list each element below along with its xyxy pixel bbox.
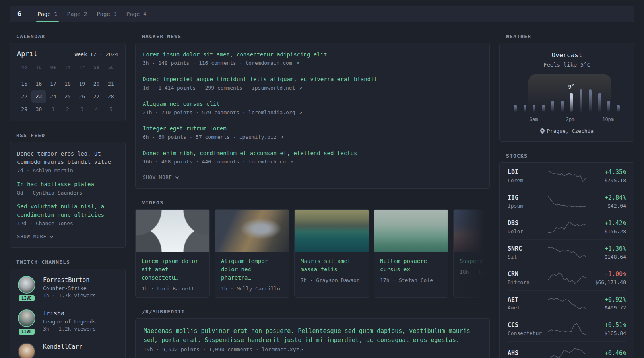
- video-thumbnail[interactable]: [295, 210, 369, 252]
- stock-row[interactable]: DBS Dolor +1.42% $156.28: [508, 214, 626, 240]
- time-label: 10pm: [602, 117, 614, 122]
- stock-sparkline: [544, 169, 590, 183]
- stocks-widget: LDI Lorem +4.35% $795.18 IIG Ipsum +2.84…: [499, 162, 634, 358]
- hn-item-title[interactable]: Donec enim nibh, condimentum et accumsan…: [143, 149, 482, 158]
- video-thumbnail[interactable]: [215, 210, 289, 252]
- calendar-day: 28: [104, 90, 118, 103]
- channel-name[interactable]: Trisha: [43, 310, 64, 317]
- video-card[interactable]: Lorem ipsum dolor sit amet consectetu… 1…: [135, 209, 210, 298]
- page-tab[interactable]: Page 2: [67, 6, 87, 22]
- weather-bar-cell: [539, 87, 549, 112]
- video-title[interactable]: Aliquam tempor dolor nec pharetra…: [215, 252, 289, 282]
- external-link-icon: ↗: [299, 85, 302, 91]
- hn-show-more-button[interactable]: SHOW MORE: [143, 174, 179, 181]
- location-pin-icon: [540, 128, 545, 134]
- stock-change: -1.00%: [590, 270, 626, 278]
- stock-price: $165.84: [590, 330, 626, 336]
- calendar-weekday: Sa: [89, 63, 103, 72]
- stock-change: +2.84%: [590, 194, 626, 201]
- twitch-channel[interactable]: LIVE ForrestBurton Counter-Strike 1h · 1…: [17, 276, 118, 301]
- stock-row[interactable]: CRN Bitcorn -1.00% $66,171.48: [508, 265, 626, 291]
- external-link-icon: ↗: [299, 109, 302, 115]
- hacker-news-widget: Lorem ipsum dolor sit amet, consectetur …: [135, 43, 490, 189]
- stock-right: +0.46%: [590, 350, 626, 358]
- rss-list: Donec tempor eros leo, ut commodo mauris…: [17, 150, 118, 226]
- video-card[interactable]: Nullam posuere cursus ex 17h · Stefan Co…: [374, 209, 448, 298]
- weather-section-label: WEATHER: [506, 33, 634, 39]
- twitch-widget: LIVE ForrestBurton Counter-Strike 1h · 1…: [10, 268, 126, 358]
- rss-item: Donec tempor eros leo, ut commodo mauris…: [17, 150, 118, 173]
- stock-row[interactable]: LDI Lorem +4.35% $795.18: [508, 163, 626, 189]
- stock-left: AHS: [508, 350, 544, 358]
- channel-name[interactable]: KendallCarr: [43, 343, 82, 350]
- videos-carousel[interactable]: Lorem ipsum dolor sit amet consectetu… 1…: [135, 209, 490, 298]
- stock-sparkline: [544, 245, 590, 260]
- temperature-bar: [607, 101, 610, 112]
- page-tab[interactable]: Page 1: [37, 6, 58, 22]
- stock-row[interactable]: SNRC Sit +1.36% $148.64: [508, 240, 626, 265]
- stock-name: Amet: [508, 305, 544, 311]
- calendar-day: 21: [104, 78, 118, 90]
- video-thumbnail[interactable]: [454, 210, 490, 252]
- stock-row[interactable]: CCS Consectetur +0.51% $165.84: [508, 316, 626, 342]
- hn-item-meta-text: 6h · 60 points · 57 comments · ipsumify.…: [143, 134, 279, 140]
- rss-item-title[interactable]: Donec tempor eros leo, ut commodo mauris…: [17, 150, 118, 166]
- stock-row[interactable]: AHS +0.46%: [508, 342, 626, 358]
- rss-item-title[interactable]: In hac habitasse platea: [17, 180, 118, 189]
- channel-game: League of Legends: [43, 319, 96, 325]
- time-label: [538, 117, 547, 122]
- video-title[interactable]: Suspendisse diam: [454, 252, 490, 265]
- stock-symbol: CRN: [508, 270, 544, 278]
- video-card[interactable]: Mauris sit amet massa felis 7h · Grayson…: [294, 209, 369, 298]
- reddit-post-title[interactable]: Maecenas mollis pulvinar erat non posuer…: [144, 327, 481, 345]
- weather-bar-cell: [595, 87, 605, 112]
- video-thumbnail[interactable]: [374, 210, 448, 252]
- hn-item-title[interactable]: Integer eget rutrum lorem: [143, 125, 482, 133]
- hn-item-meta: 3h · 148 points · 116 comments · loremdo…: [143, 60, 482, 66]
- page-tab[interactable]: Page 3: [97, 6, 117, 22]
- rss-item-title[interactable]: Sed volutpat nulla nisl, a condimentum n…: [17, 202, 118, 219]
- video-thumbnail[interactable]: [136, 210, 209, 252]
- weather-bar-cell: [558, 87, 567, 112]
- calendar-day: 3: [75, 103, 89, 115]
- calendar-weekday: Tu: [31, 63, 46, 72]
- page-tab[interactable]: Page 4: [126, 6, 147, 22]
- rss-widget: Donec tempor eros leo, ut commodo mauris…: [10, 142, 126, 248]
- video-card[interactable]: Aliquam tempor dolor nec pharetra… 1h · …: [215, 209, 289, 298]
- calendar-day: 1: [46, 103, 60, 115]
- stock-symbol: SNRC: [508, 245, 544, 252]
- weather-bar-cell: [548, 87, 558, 112]
- external-link-icon: ↗: [280, 134, 283, 140]
- temperature-bar: [542, 105, 545, 112]
- twitch-channel[interactable]: LIVE Trisha League of Legends 3h · 1.2k …: [17, 309, 118, 335]
- rss-item: Sed volutpat nulla nisl, a condimentum n…: [17, 202, 118, 226]
- video-title[interactable]: Nullam posuere cursus ex: [374, 252, 448, 274]
- temperature-bar: [561, 101, 564, 112]
- stock-price: $148.64: [590, 254, 626, 260]
- subreddit-widget: Maecenas mollis pulvinar erat non posuer…: [135, 318, 490, 358]
- calendar-week: Week 17 · 2024: [74, 51, 118, 57]
- rss-show-more-button[interactable]: SHOW MORE: [17, 233, 54, 240]
- stock-row[interactable]: AET Amet +0.92% $499.72: [508, 291, 626, 316]
- stocks-section-label: STOCKS: [506, 153, 634, 159]
- twitch-channel[interactable]: KendallCarr: [17, 343, 118, 358]
- stock-change: +0.51%: [590, 321, 626, 329]
- weather-feels-like: Feels like 5°C: [508, 62, 625, 68]
- hn-item-meta: 1d · 1,414 points · 299 comments · ipsum…: [143, 85, 482, 91]
- channel-name[interactable]: ForrestBurton: [43, 276, 89, 284]
- stock-right: -1.00% $66,171.48: [590, 270, 626, 285]
- hn-item-title[interactable]: Donec imperdiet augue tincidunt felis al…: [143, 75, 482, 84]
- stock-row[interactable]: IIG Ipsum +2.84% $42.04: [508, 189, 626, 214]
- hn-item-title[interactable]: Aliquam nec cursus elit: [143, 100, 482, 108]
- calendar-section-label: CALENDAR: [16, 33, 126, 39]
- video-card[interactable]: Suspendisse diam 18h · Tara: [453, 209, 490, 298]
- twitch-avatar-wrap: LIVE: [17, 309, 36, 335]
- calendar-day: 17: [46, 78, 60, 90]
- hn-item-meta: 21h · 710 points · 579 comments · loreml…: [143, 109, 482, 115]
- weather-bar-cell: [586, 87, 595, 112]
- calendar-day: 4: [89, 103, 103, 115]
- app-logo: G: [10, 6, 29, 22]
- hn-item-title[interactable]: Lorem ipsum dolor sit amet, consectetur …: [143, 51, 482, 59]
- video-title[interactable]: Mauris sit amet massa felis: [295, 252, 369, 274]
- video-title[interactable]: Lorem ipsum dolor sit amet consectetu…: [136, 252, 209, 282]
